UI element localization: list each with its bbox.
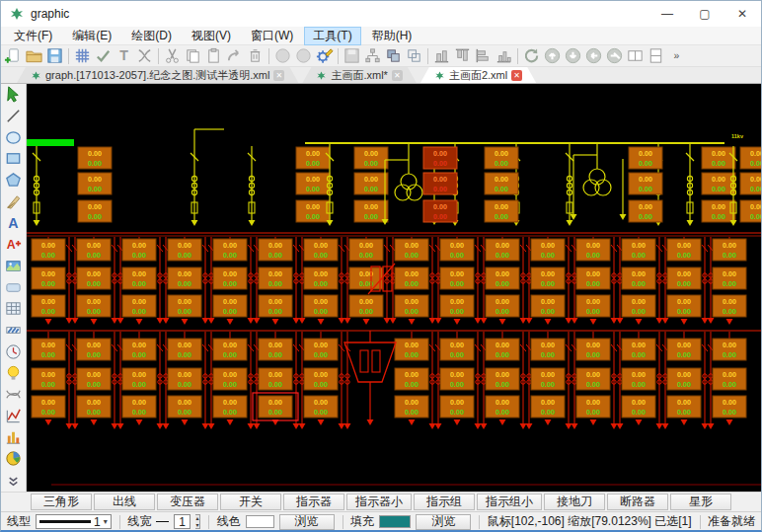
button-tool[interactable] <box>2 276 26 298</box>
menu-tools[interactable]: 工具(T) <box>304 27 360 45</box>
component-button-out-line[interactable]: 出线 <box>94 494 155 510</box>
delete-button[interactable] <box>245 45 266 66</box>
pie-chart-tool[interactable] <box>2 448 26 470</box>
spin-down-icon[interactable]: ▾ <box>195 522 200 529</box>
tile-horizontal-button[interactable] <box>625 45 646 66</box>
progress-tool[interactable] <box>2 320 26 342</box>
svg-text:0.00: 0.00 <box>723 370 736 379</box>
component-button-indicator-group[interactable]: 指示组 <box>414 494 475 510</box>
fan-tool[interactable] <box>2 190 26 212</box>
group-button[interactable] <box>383 45 404 66</box>
rectangle-tool[interactable] <box>2 148 26 170</box>
copy-button[interactable] <box>183 45 203 66</box>
move-left-button[interactable] <box>583 45 604 66</box>
image-tool[interactable] <box>2 256 26 277</box>
component-button-ground-knife[interactable]: 接地刀 <box>544 494 605 510</box>
tab-close-icon[interactable]: ✕ <box>273 70 284 81</box>
tab-close-icon[interactable]: ✕ <box>392 70 403 81</box>
bulb-tool[interactable] <box>2 362 26 384</box>
line-color-swatch[interactable] <box>246 515 274 528</box>
component-button-transformer[interactable]: 变压器 <box>157 494 218 510</box>
menu-edit[interactable]: 编辑(E) <box>63 27 120 45</box>
component-button-star[interactable]: 星形 <box>670 494 731 510</box>
save-all-icon <box>343 46 361 65</box>
polygon-tool[interactable] <box>2 170 26 191</box>
fill-color-swatch[interactable] <box>379 515 411 528</box>
grid-button[interactable] <box>72 45 93 66</box>
cut-button[interactable] <box>162 45 183 66</box>
tab-1[interactable]: 主画面.xml*✕ <box>302 67 416 83</box>
component-button-triangle[interactable]: 三角形 <box>31 494 92 510</box>
menu-window[interactable]: 窗口(W) <box>242 27 302 45</box>
curve-edit-button[interactable] <box>134 45 155 66</box>
select-tool[interactable] <box>2 84 26 106</box>
svg-text:0.00: 0.00 <box>364 212 378 221</box>
line-width-stepper[interactable]: ▴ ▾ <box>195 514 201 529</box>
polygon-tool-icon <box>4 171 23 190</box>
text-plus-tool-icon: A <box>4 235 23 254</box>
redo-button[interactable] <box>293 45 314 66</box>
text-style-button[interactable]: T <box>114 45 134 66</box>
align-top-button[interactable] <box>452 45 473 66</box>
ellipse-tool[interactable] <box>2 126 26 148</box>
bar-chart-tool[interactable] <box>2 426 26 448</box>
tab-label: 主画面.xml* <box>331 68 387 83</box>
move-right-button[interactable] <box>604 45 625 66</box>
component-button-indicator-small[interactable]: 指示器小 <box>346 494 412 510</box>
open-folder-button[interactable] <box>24 45 44 66</box>
tab-0[interactable]: graph.[171013-2057].纪念之图.测试半透明.xml✕ <box>17 67 298 83</box>
check-button[interactable] <box>93 45 114 66</box>
table-tool[interactable] <box>2 298 26 320</box>
svg-text:0.00: 0.00 <box>712 212 725 221</box>
save-all-button[interactable] <box>342 45 362 66</box>
more-tools[interactable] <box>2 469 26 491</box>
tab-2[interactable]: 主画面2.xml✕ <box>420 67 536 83</box>
component-button-indicator[interactable]: 指示器 <box>283 494 344 510</box>
chevron-down-icon[interactable]: ▾ <box>104 517 108 526</box>
text-tool[interactable]: A <box>2 212 26 234</box>
tile-vertical-button[interactable] <box>646 45 666 66</box>
minimize-button[interactable]: — <box>648 1 686 27</box>
maximize-button[interactable]: ▢ <box>686 1 724 27</box>
component-button-indicator-group-small[interactable]: 指示组小 <box>477 494 542 510</box>
tab-close-icon[interactable]: ✕ <box>511 70 522 81</box>
svg-text:0.00: 0.00 <box>223 408 237 417</box>
svg-text:0.00: 0.00 <box>723 269 736 278</box>
paste-format-button[interactable] <box>224 45 245 66</box>
align-left-button[interactable] <box>473 45 494 66</box>
line-width-input[interactable]: 1 <box>174 514 190 529</box>
svg-text:0.00: 0.00 <box>314 307 328 316</box>
fill-browse-button[interactable]: 浏览 <box>416 514 471 530</box>
overflow-more-button[interactable]: » <box>666 45 687 66</box>
move-up-button[interactable] <box>542 45 563 66</box>
ungroup-button[interactable] <box>404 45 424 66</box>
line-tool[interactable] <box>2 106 26 127</box>
align-bottom-button[interactable] <box>431 45 452 66</box>
paste-button[interactable] <box>203 45 224 66</box>
move-down-button[interactable] <box>563 45 583 66</box>
drawing-canvas[interactable]: 11kv0.000.000.000.000.000.000.000.000.00… <box>27 84 761 492</box>
new-file-button[interactable] <box>3 45 24 66</box>
curve-tool[interactable] <box>2 384 26 406</box>
menu-help[interactable]: 帮助(H) <box>363 27 421 45</box>
close-button[interactable]: ✕ <box>724 1 761 27</box>
clock-tool[interactable] <box>2 341 26 362</box>
svg-text:0.00: 0.00 <box>178 398 191 407</box>
save-button[interactable] <box>44 45 65 66</box>
menu-file[interactable]: 文件(F) <box>5 27 61 45</box>
line-chart-tool[interactable] <box>2 405 26 426</box>
svg-text:0.00: 0.00 <box>541 241 555 250</box>
menu-draw[interactable]: 绘图(D) <box>122 27 181 45</box>
rotate-button[interactable] <box>521 45 542 66</box>
undo-button[interactable] <box>272 45 293 66</box>
svg-text:0.00: 0.00 <box>586 307 600 316</box>
settings-edit-button[interactable] <box>314 45 335 66</box>
menu-view[interactable]: 视图(V) <box>183 27 240 45</box>
component-button-breaker[interactable]: 断路器 <box>607 494 668 510</box>
text-plus-tool[interactable]: A <box>2 234 26 256</box>
line-color-browse-button[interactable]: 浏览 <box>279 514 335 530</box>
tree-view-button[interactable] <box>362 45 383 66</box>
line-type-combo[interactable]: 1 ▾ <box>36 514 112 529</box>
component-button-switch[interactable]: 开关 <box>220 494 281 510</box>
align-right-button[interactable] <box>494 45 514 66</box>
